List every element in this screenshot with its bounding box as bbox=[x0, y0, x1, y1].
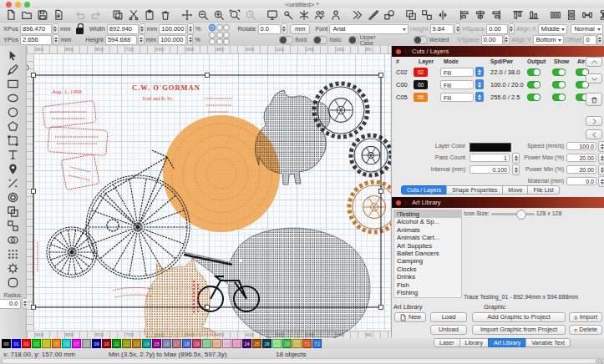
unload-button[interactable]: Unload bbox=[430, 325, 467, 335]
align-top-icon[interactable] bbox=[512, 9, 524, 21]
power-max-field[interactable]: 20.00 bbox=[566, 154, 596, 162]
text-icon[interactable] bbox=[7, 149, 19, 161]
layer-color-chip[interactable]: 00 bbox=[414, 80, 428, 89]
zoom-out-icon[interactable] bbox=[197, 9, 209, 21]
tab-move[interactable]: Move bbox=[502, 185, 528, 195]
height-stepper[interactable] bbox=[138, 34, 144, 45]
palette-swatch-04[interactable]: 04 bbox=[42, 339, 51, 348]
palette-swatch-19[interactable]: 19 bbox=[192, 339, 201, 348]
measure-icon[interactable] bbox=[368, 9, 379, 21]
palette-swatch-T2[interactable]: T2 bbox=[312, 339, 322, 348]
tab-art-library[interactable]: Art Library bbox=[488, 338, 526, 347]
palette-swatch-01[interactable]: 01 bbox=[12, 339, 21, 348]
align-center-h-icon[interactable] bbox=[475, 9, 486, 21]
tab-shape-properties[interactable]: Shape Properties bbox=[446, 185, 503, 195]
ypos-stepper[interactable] bbox=[53, 34, 58, 45]
offset-icon[interactable] bbox=[7, 191, 19, 204]
tab-laser[interactable]: Laser bbox=[434, 338, 460, 347]
panel-collapse-icon[interactable] bbox=[404, 200, 409, 205]
height-field[interactable]: 594.688 bbox=[105, 35, 137, 45]
ypos-field[interactable]: 2.656 bbox=[20, 35, 52, 45]
palette-swatch-17[interactable]: 17 bbox=[172, 339, 181, 348]
palette-swatch-02[interactable]: 02 bbox=[22, 339, 31, 348]
width-stepper[interactable] bbox=[140, 23, 145, 34]
font-height-field[interactable]: 9.84 bbox=[430, 24, 454, 34]
palette-swatch-22[interactable]: 22 bbox=[222, 339, 231, 348]
height-percent-field[interactable]: 100.000 bbox=[158, 35, 186, 45]
align-left-icon[interactable] bbox=[459, 9, 470, 21]
palette-swatch-13[interactable]: 13 bbox=[132, 339, 141, 348]
paste-icon[interactable] bbox=[144, 9, 155, 21]
show-toggle[interactable] bbox=[552, 94, 566, 101]
layer-color-chip[interactable]: 02 bbox=[414, 68, 428, 77]
layer-forward-button[interactable] bbox=[586, 116, 602, 126]
palette-swatch-09[interactable]: 09 bbox=[92, 339, 101, 348]
panel-collapse-icon[interactable] bbox=[404, 49, 409, 54]
align-bottom-icon[interactable] bbox=[528, 9, 540, 21]
show-toggle[interactable] bbox=[552, 68, 566, 76]
new-library-button[interactable]: New bbox=[394, 312, 426, 322]
workspace-canvas[interactable]: 96088080072064056048040032024016080 9608… bbox=[27, 46, 391, 338]
palette-swatch-23[interactable]: 23 bbox=[232, 339, 241, 348]
power-max-stepper[interactable] bbox=[598, 153, 604, 164]
import-button[interactable]: Import bbox=[569, 312, 602, 322]
hspace-stepper[interactable] bbox=[509, 23, 515, 34]
flip-h-icon[interactable] bbox=[437, 9, 449, 21]
user-icon[interactable] bbox=[330, 9, 342, 21]
shapes-icon[interactable] bbox=[383, 9, 395, 21]
delete-icon[interactable] bbox=[160, 9, 171, 21]
palette-swatch-26[interactable]: 26 bbox=[262, 339, 272, 348]
font-height-stepper[interactable] bbox=[454, 23, 460, 34]
palette-swatch-11[interactable]: 11 bbox=[112, 339, 121, 348]
material-field[interactable]: 0.0 bbox=[566, 177, 596, 185]
font-dropdown[interactable]: Arial bbox=[329, 24, 408, 34]
width-percent-field[interactable]: 100.000 bbox=[159, 24, 186, 34]
aligny-dropdown[interactable]: Bottom bbox=[533, 35, 564, 45]
show-toggle[interactable] bbox=[552, 81, 566, 88]
array-icon[interactable] bbox=[7, 248, 19, 260]
ungroup-icon[interactable] bbox=[7, 220, 19, 232]
power-min-stepper[interactable] bbox=[598, 164, 604, 175]
tab-library[interactable]: Library bbox=[459, 338, 489, 347]
new-file-icon[interactable] bbox=[5, 9, 17, 21]
delete-layer-button[interactable] bbox=[586, 93, 602, 106]
toggle-italic[interactable]: Italic bbox=[313, 34, 341, 46]
folder-item[interactable]: Fishing bbox=[394, 289, 461, 296]
hspace-field[interactable]: 0.00 bbox=[486, 24, 508, 34]
undo-icon[interactable] bbox=[74, 9, 86, 21]
toggle-upper-case[interactable]: Upper Case bbox=[348, 34, 380, 46]
polygon-icon[interactable] bbox=[7, 120, 19, 133]
folder-item[interactable]: Clocks bbox=[394, 265, 461, 273]
delete-button[interactable]: Delete bbox=[569, 325, 602, 335]
panel-close-icon[interactable] bbox=[396, 49, 401, 54]
move-layer-down-button[interactable] bbox=[586, 73, 602, 83]
height-percent-stepper[interactable] bbox=[187, 34, 193, 45]
palette-swatch-05[interactable]: 05 bbox=[52, 339, 61, 348]
output-toggle[interactable] bbox=[527, 68, 541, 76]
palette-swatch-00[interactable]: 00 bbox=[2, 339, 11, 348]
output-toggle[interactable] bbox=[527, 81, 541, 88]
layer-back-button[interactable] bbox=[586, 129, 602, 139]
palette-swatch-15[interactable]: 15 bbox=[152, 339, 161, 348]
folder-item[interactable]: Camping bbox=[394, 257, 461, 265]
layer-mode[interactable]: Fill bbox=[440, 68, 474, 77]
folder-item[interactable]: Alcohol & Sp... bbox=[394, 218, 461, 225]
output-toggle[interactable] bbox=[527, 94, 541, 101]
palette-swatch-03[interactable]: 03 bbox=[32, 339, 41, 348]
folder-item[interactable]: Ballet Dancers bbox=[394, 250, 461, 257]
toggle-welded[interactable]: Welded bbox=[414, 34, 449, 46]
ungroup-icon[interactable] bbox=[421, 9, 433, 21]
pan-move-icon[interactable] bbox=[181, 9, 193, 21]
folder-item[interactable]: Fish bbox=[394, 281, 461, 289]
tab-cuts-layers[interactable]: Cuts / Layers bbox=[401, 185, 447, 195]
sketch-icon[interactable] bbox=[7, 177, 19, 190]
palette-swatch-25[interactable]: 25 bbox=[252, 339, 261, 348]
palette-swatch-24[interactable]: 24 bbox=[242, 339, 251, 348]
mode-spinner[interactable] bbox=[475, 92, 484, 102]
vspace-stepper[interactable] bbox=[504, 34, 510, 45]
font-style-dropdown[interactable]: Normal bbox=[571, 24, 603, 34]
horizontal-scrollbar[interactable] bbox=[2, 358, 596, 364]
xpos-stepper[interactable] bbox=[53, 23, 58, 34]
position-laser-icon[interactable] bbox=[7, 163, 19, 175]
open-icon[interactable] bbox=[21, 9, 33, 21]
